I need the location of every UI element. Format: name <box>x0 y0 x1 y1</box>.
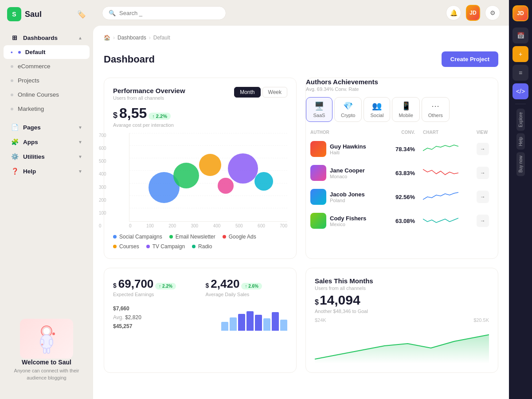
bar-2 <box>230 317 237 331</box>
expected-label: Expected Earnings <box>113 292 195 297</box>
author-tab-social[interactable]: 👥 Social <box>364 97 390 122</box>
sidebar-item-pages-label: Pages <box>23 124 41 131</box>
performance-value: 8,55 <box>119 105 147 121</box>
y-label-200: 200 <box>99 198 106 203</box>
legend-courses: Courses <box>113 243 139 250</box>
create-project-button[interactable]: Create Project <box>442 51 498 67</box>
sidebar-item-apps[interactable]: 🧩 Apps ▼ <box>4 135 90 149</box>
author-tab-mobile[interactable]: 📱 Mobile <box>392 97 419 122</box>
author-country-2: Monaco <box>330 174 365 179</box>
author-tab-crypto[interactable]: 💎 Crypto <box>334 97 362 122</box>
svg-rect-5 <box>43 348 46 353</box>
expected-badge: ↑ 2.2% <box>155 283 176 289</box>
topbar: 🔍 🔔 JD ⚙ <box>93 0 509 26</box>
search-icon: 🔍 <box>109 10 116 16</box>
expected-value-display: $ 69,700 ↑ 2.2% <box>113 277 195 291</box>
legend-email: Email Newsletter <box>169 234 215 240</box>
view-btn-2[interactable]: → <box>477 167 489 179</box>
author-tab-saas[interactable]: 🖥️ SaaS <box>306 97 332 122</box>
crypto-icon: 💎 <box>343 101 353 111</box>
legend-radio-label: Radio <box>198 243 212 250</box>
authors-title-group: Authors Achievements Avg. 69.34% Conv. R… <box>306 78 378 92</box>
nav-dot-p <box>11 79 13 82</box>
col-view: VIEW <box>473 128 497 137</box>
settings-btn[interactable]: ⚙ <box>485 5 500 20</box>
mobile-icon: 📱 <box>401 101 411 111</box>
legend-radio: Radio <box>192 243 212 250</box>
author-row-2: Jane Cooper Monaco 63.83% <box>307 161 497 184</box>
sales-metric: $ 14,094 <box>315 293 489 308</box>
sidebar-item-dashboards[interactable]: ⊞ Dashboards ▲ <box>4 31 90 45</box>
sidebar-item-projects[interactable]: Projects <box>4 74 90 87</box>
tab-month[interactable]: Month <box>234 87 260 98</box>
sidebar-item-help[interactable]: ❓ Help ▼ <box>4 164 90 178</box>
main-content: 🔍 🔔 JD ⚙ 🏠 › Dashboards › Default Dashbo… <box>93 0 509 399</box>
utilities-icon: ⚙️ <box>11 153 19 160</box>
dashboard-grid: Performance Overview Users from all chan… <box>104 78 498 373</box>
performance-badge: ↑ 2.2% <box>149 113 171 120</box>
expected-earnings: $ 69,700 ↑ 2.2% Expected Earnings <box>113 277 195 297</box>
view-btn-1[interactable]: → <box>477 143 489 155</box>
social-icon: 👥 <box>372 101 382 111</box>
sales-card: Sales This Months Users from all channel… <box>305 268 498 373</box>
daily-label: Average Daily Sales <box>206 292 288 297</box>
legend-tv-dot <box>146 245 150 248</box>
code-btn[interactable]: </> <box>512 83 528 99</box>
search-box[interactable]: 🔍 <box>102 6 226 20</box>
author-country-3: Poland <box>330 198 365 203</box>
grid-line-2 <box>129 145 287 146</box>
spark-3 <box>423 191 458 201</box>
sales-y-labels: $24K $20.5K <box>315 317 489 323</box>
performance-metric-label: Avarage cost per interaction <box>113 122 287 128</box>
menu-btn[interactable]: ≡ <box>512 65 528 81</box>
svg-point-8 <box>41 344 43 345</box>
author-conv-1: 78.34% <box>395 146 415 153</box>
welcome-box: Welcome to Saul Anyone can connect with … <box>7 319 86 381</box>
add-btn[interactable]: + <box>512 46 528 62</box>
bubble-email <box>173 163 199 188</box>
bar-3 <box>238 314 245 331</box>
bar-1 <box>221 322 228 331</box>
notification-btn[interactable]: 🔔 <box>446 5 461 20</box>
view-btn-4[interactable]: → <box>477 215 489 227</box>
author-tab-others[interactable]: ⋯ Others <box>422 97 450 122</box>
svg-rect-6 <box>47 348 50 353</box>
user-avatar-btn[interactable]: JD <box>466 5 481 20</box>
buynow-label[interactable]: Buy now <box>516 152 525 176</box>
breadcrumb-current: Default <box>153 35 170 41</box>
legend-ads: Google Ads <box>223 234 256 240</box>
legend-courses-dot <box>113 245 117 248</box>
breadcrumb-dashboards[interactable]: Dashboards <box>117 35 146 41</box>
right-sidebar-avatar[interactable]: JD <box>512 5 528 21</box>
sales-value: 14,094 <box>320 293 360 308</box>
author-tab-social-label: Social <box>370 113 383 118</box>
breadcrumb-home-icon[interactable]: 🏠 <box>104 35 110 41</box>
tab-week[interactable]: Week <box>262 87 287 98</box>
chevron-icon: ▲ <box>78 35 82 40</box>
app-name: Saul <box>25 10 42 19</box>
sidebar-item-marketing[interactable]: Marketing <box>4 102 90 116</box>
bubble-chart-wrapper: 700 600 500 400 300 200 100 0 <box>113 133 287 228</box>
calendar-btn[interactable]: 📅 <box>512 27 528 43</box>
legend-radio-dot <box>192 245 196 248</box>
author-conv-4: 63.08% <box>395 218 415 224</box>
sidebar-item-default[interactable]: Default <box>4 45 90 59</box>
expected-dollar: $ <box>113 282 117 289</box>
sidebar-item-ecommerce[interactable]: eCommerce <box>4 59 90 73</box>
sales-y1: $24K <box>315 317 326 323</box>
y-label-700: 700 <box>99 133 106 138</box>
view-btn-3[interactable]: → <box>477 191 489 203</box>
performance-title: Performance Overview <box>113 87 185 94</box>
sidebar-item-online-courses[interactable]: Online Courses <box>4 88 90 102</box>
bar-7 <box>272 312 279 331</box>
sidebar-item-utilities[interactable]: ⚙️ Utilities ▼ <box>4 149 90 164</box>
sales-header: Sales This Months Users from all channel… <box>315 277 489 291</box>
explore-label[interactable]: Explore <box>516 109 525 131</box>
sidebar-item-ecommerce-label: eCommerce <box>18 63 51 70</box>
author-tab-mobile-label: Mobile <box>399 113 413 118</box>
search-input[interactable] <box>119 10 219 16</box>
help-label[interactable]: Help <box>516 133 525 150</box>
sidebar-item-pages[interactable]: 📄 Pages ▼ <box>4 120 90 134</box>
author-conv-3: 92.56% <box>395 194 415 200</box>
author-tab-saas-label: SaaS <box>313 113 325 118</box>
